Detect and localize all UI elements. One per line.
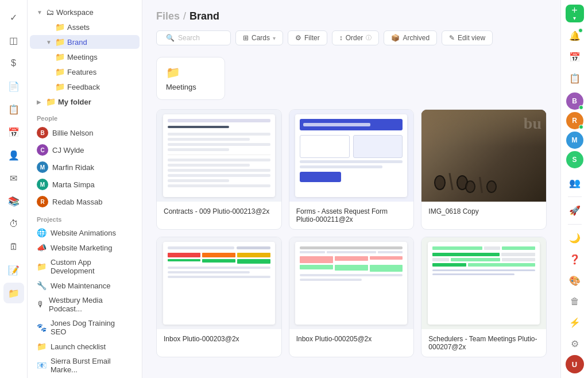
calendar-button[interactable]: 📅: [564, 47, 585, 67]
tree-features[interactable]: 📁 Features: [30, 65, 140, 79]
nav-timesheets[interactable]: ⏱: [3, 214, 24, 234]
files-grid: Contracts - 009 Plutio-000213@2x: [156, 109, 547, 357]
tree-myfolder[interactable]: ▶ 📁 My folder: [30, 95, 140, 109]
tree-meetings[interactable]: 📁 Meetings: [30, 50, 140, 64]
file-info-forms: Forms - Assets Request Form Plutio-00021…: [289, 202, 414, 229]
assets-icon: 📁: [55, 22, 65, 32]
edit-icon: ✎: [449, 34, 455, 42]
settings-button[interactable]: ⚙: [564, 334, 585, 354]
nav-files[interactable]: 📁: [3, 283, 24, 303]
current-user-avatar[interactable]: U: [566, 355, 584, 373]
file-card-forms[interactable]: Forms - Assets Request Form Plutio-00021…: [289, 109, 415, 230]
chevron-down-icon: ▼: [37, 9, 44, 16]
project-custom-app[interactable]: 📁 Custom App Development: [30, 256, 140, 277]
templates-button[interactable]: 🎨: [564, 271, 585, 291]
tree-brand[interactable]: ▼ 📁 Brand: [30, 35, 140, 49]
trash-button[interactable]: 🗑: [564, 292, 585, 312]
nav-contracts[interactable]: 📋: [3, 99, 24, 119]
file-preview-inbox1: [157, 237, 281, 329]
file-card-contracts[interactable]: Contracts - 009 Plutio-000213@2x: [156, 109, 282, 230]
search-button[interactable]: 🔍 Search: [156, 30, 231, 45]
avatar-user-3[interactable]: M: [566, 132, 583, 149]
file-card-inbox2[interactable]: Inbox Plutio-000205@2x: [289, 237, 415, 357]
project-icon: 🎙: [37, 300, 45, 309]
file-preview-inbox2: [289, 237, 414, 329]
file-preview-contracts: [157, 110, 281, 202]
project-website-anim[interactable]: 🌐 Website Animations: [30, 226, 140, 240]
add-button[interactable]: + ▾: [566, 5, 584, 22]
person-billie[interactable]: B Billie Nelson: [30, 125, 140, 141]
launch-button[interactable]: 🚀: [564, 200, 585, 221]
chevron-icon: ▾: [273, 35, 276, 41]
project-icon: 📁: [37, 342, 47, 351]
help-button[interactable]: ❓: [564, 249, 585, 269]
chevron-down-small-icon: ▾: [573, 16, 576, 21]
nav-financials[interactable]: $: [3, 53, 24, 74]
people-button[interactable]: 👥: [564, 173, 585, 193]
avatar-redab: R: [37, 196, 48, 207]
info-icon: ⓘ: [366, 34, 372, 42]
file-info-schedulers: Schedulers - Team Meetings Plutio-000207…: [421, 329, 546, 357]
avatar-user-4[interactable]: S: [566, 151, 583, 168]
plus-icon: +: [571, 5, 578, 16]
nav-proposals[interactable]: 📄: [3, 76, 24, 97]
file-info-inbox1: Inbox Plutio-000203@2x: [157, 329, 281, 349]
nav-contacts[interactable]: 👤: [3, 145, 24, 165]
nav-tasks[interactable]: ✓: [3, 7, 24, 28]
person-marfin[interactable]: M Marfin Ridak: [30, 159, 140, 175]
file-preview-schedulers: [421, 237, 546, 329]
project-sierra[interactable]: 📧 Sierra Burst Email Marke...: [30, 354, 140, 376]
darkmode-button[interactable]: 🌙: [564, 228, 585, 248]
project-launch[interactable]: 📁 Launch checklist: [30, 340, 140, 353]
filter-button[interactable]: ⚙ Filter: [288, 30, 327, 45]
moon-icon: 🌙: [569, 233, 581, 244]
person-redab[interactable]: R Redab Massab: [30, 194, 140, 210]
cards-button[interactable]: ⊞ Cards ▾: [235, 30, 283, 45]
person-cj[interactable]: C CJ Wylde: [30, 142, 140, 158]
person-marta[interactable]: M Marta Simpa: [30, 176, 140, 192]
notifications-button[interactable]: 🔔: [564, 26, 585, 46]
project-icon: 📁: [37, 262, 47, 271]
nav-wiki[interactable]: 📚: [3, 191, 24, 211]
tree-assets[interactable]: 📁 Assets: [30, 20, 140, 34]
divider-1: [568, 196, 582, 197]
avatar-user-2[interactable]: R: [566, 112, 583, 129]
meetings-folder-card[interactable]: 📁 Meetings: [156, 57, 225, 100]
file-card-photo[interactable]: bu: [421, 109, 547, 230]
project-icon: 📧: [37, 361, 47, 370]
nav-calendar[interactable]: 📅: [3, 122, 24, 142]
features-icon: 📁: [55, 67, 65, 76]
project-web-maint[interactable]: 🔧 Web Maintenance: [30, 279, 140, 292]
tree-feedback[interactable]: 📁 Feedback: [30, 80, 140, 94]
nav-inbox[interactable]: ✉: [3, 168, 24, 188]
order-button[interactable]: ↕ Order ⓘ: [332, 30, 380, 45]
avatar-group: B R M S: [566, 92, 583, 168]
nav-forms[interactable]: 📝: [3, 260, 24, 280]
left-icon-rail: ✓ ◫ $ 📄 📋 📅 👤 ✉ 📚 ⏱ 🗓 📝 📁: [0, 0, 28, 378]
brand-icon: 📁: [55, 37, 65, 47]
clipboard-button[interactable]: 📋: [564, 68, 585, 88]
archived-button[interactable]: 📦 Archived: [384, 30, 437, 45]
nav-projects[interactable]: ◫: [3, 30, 24, 51]
edit-view-button[interactable]: ✎ Edit view: [442, 30, 493, 45]
project-website-mkt[interactable]: 📣 Website Marketing: [30, 241, 140, 254]
lightning-icon: ⚡: [569, 317, 581, 328]
myfolder-icon: 📁: [46, 97, 56, 106]
people-icon: 👥: [569, 178, 581, 188]
tree-workspace[interactable]: ▼ 🗂 Workspace: [30, 5, 140, 19]
nav-schedulers[interactable]: 🗓: [3, 237, 24, 257]
avatar-marta: M: [37, 179, 48, 190]
avatar-billie: B: [37, 127, 48, 138]
gear-icon: ⚙: [571, 338, 579, 349]
workspace-icon: 🗂: [46, 7, 54, 17]
file-card-schedulers[interactable]: Schedulers - Team Meetings Plutio-000207…: [421, 237, 547, 357]
breadcrumb-brand: Brand: [189, 10, 219, 22]
breadcrumb-files[interactable]: Files: [156, 10, 180, 22]
file-card-inbox1[interactable]: Inbox Plutio-000203@2x: [156, 237, 282, 357]
project-westbury[interactable]: 🎙 Westbury Media Podcast...: [30, 294, 140, 315]
quick-actions-button[interactable]: ⚡: [564, 313, 585, 333]
avatar-user-1[interactable]: B: [566, 92, 583, 110]
people-section-title: People: [28, 109, 142, 124]
project-jones[interactable]: 🐾 Jones Dog Training SEO: [30, 317, 140, 338]
project-icon: 🐾: [37, 323, 47, 332]
